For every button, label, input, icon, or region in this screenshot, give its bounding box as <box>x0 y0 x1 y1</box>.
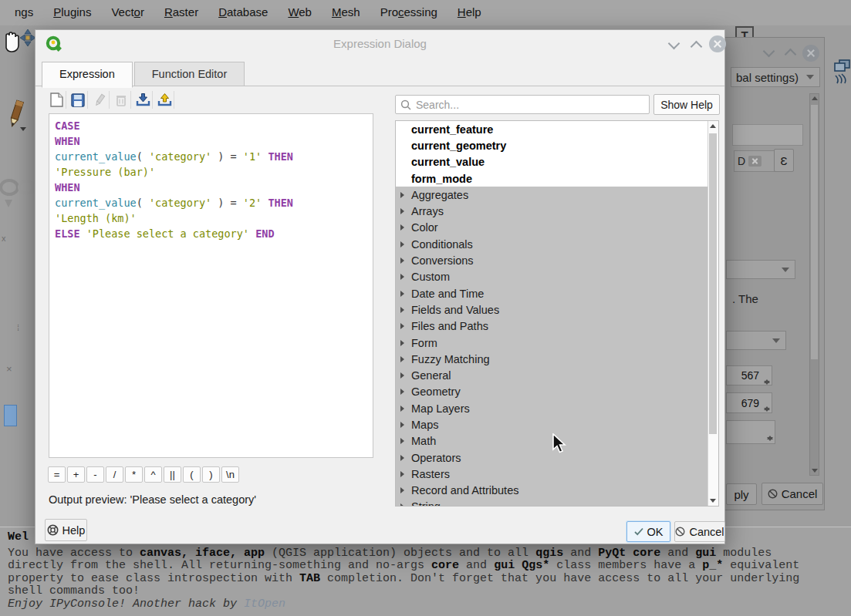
expander-icon[interactable] <box>400 192 404 198</box>
expander-icon[interactable] <box>400 340 404 346</box>
expander-icon[interactable] <box>400 487 404 493</box>
combo-box-2[interactable] <box>726 331 786 350</box>
menu-item-processing[interactable]: Processing <box>370 2 447 24</box>
ok-button[interactable]: OK <box>626 521 670 542</box>
scrollbar[interactable] <box>809 93 819 476</box>
epsilon-button[interactable]: Ɛ <box>774 149 794 172</box>
expression-editor[interactable]: CASEWHENcurrent_value( 'category' ) = '1… <box>49 113 373 458</box>
function-list-scrollbar[interactable] <box>707 121 718 506</box>
menu-item-web[interactable]: Web <box>278 2 322 24</box>
operator-button[interactable]: ( <box>183 466 201 483</box>
operator-button[interactable]: - <box>86 466 104 483</box>
spinbox-x[interactable]: 567 <box>726 365 772 385</box>
function-group-maps[interactable]: Maps <box>396 416 718 433</box>
text-field[interactable] <box>732 124 803 146</box>
expander-icon[interactable] <box>400 438 404 444</box>
new-expression-icon[interactable] <box>47 91 66 109</box>
maximize-icon[interactable] <box>785 49 797 61</box>
function-group-fields-and-values[interactable]: Fields and Values <box>396 301 718 318</box>
expander-icon[interactable] <box>400 208 404 214</box>
apply-button[interactable]: ply <box>726 483 757 505</box>
expander-icon[interactable] <box>400 503 404 507</box>
minimize-icon[interactable] <box>763 45 775 58</box>
pan-tool-icon[interactable] <box>2 30 20 55</box>
active-panel-tab[interactable] <box>4 405 17 426</box>
tab-function-editor[interactable]: Function Editor <box>134 62 245 86</box>
menu-item-plugins[interactable]: Plugins <box>43 2 101 24</box>
save-expression-icon[interactable] <box>69 91 88 109</box>
value-chip[interactable]: D <box>734 150 777 172</box>
operator-button[interactable]: * <box>125 466 143 483</box>
function-group-date-and-time[interactable]: Date and Time <box>396 285 718 301</box>
expander-icon[interactable] <box>400 471 404 477</box>
menu-item-vector[interactable]: Vector <box>101 2 154 24</box>
function-group-form[interactable]: Form <box>396 335 718 351</box>
expander-icon[interactable] <box>400 291 404 297</box>
operator-button[interactable]: + <box>67 466 85 483</box>
menu-item-ngs[interactable]: ngs <box>5 2 43 24</box>
function-group-rasters[interactable]: Rasters <box>396 466 718 482</box>
scrollbar-thumb[interactable] <box>709 133 717 434</box>
chain-link-icon[interactable] <box>0 177 34 223</box>
menu-item-mesh[interactable]: Mesh <box>322 2 370 24</box>
panel-close-x[interactable]: × <box>6 363 12 375</box>
function-group-conversions[interactable]: Conversions <box>396 252 718 268</box>
expander-icon[interactable] <box>400 224 404 231</box>
scrollbar-thumb[interactable] <box>811 105 818 359</box>
function-item-current_feature[interactable]: current_feature <box>396 121 718 137</box>
expander-icon[interactable] <box>400 356 404 362</box>
operator-button[interactable]: || <box>164 466 181 483</box>
expander-icon[interactable] <box>400 455 404 461</box>
close-dialog-icon[interactable] <box>709 35 726 52</box>
expander-icon[interactable] <box>400 307 404 313</box>
operator-button[interactable]: ^ <box>144 466 162 483</box>
function-group-string[interactable]: String <box>396 499 718 507</box>
function-group-general[interactable]: General <box>396 367 718 383</box>
map-views-icon[interactable] <box>833 59 851 89</box>
help-button[interactable]: Help <box>45 519 87 541</box>
expander-icon[interactable] <box>400 422 404 428</box>
function-group-arrays[interactable]: Arrays <box>396 203 718 219</box>
function-group-color[interactable]: Color <box>396 220 718 236</box>
expander-icon[interactable] <box>400 389 404 395</box>
operator-button[interactable]: ) <box>202 466 220 483</box>
operator-button[interactable]: = <box>48 466 66 483</box>
export-expressions-icon[interactable] <box>155 91 174 109</box>
expander-icon[interactable] <box>400 274 404 280</box>
menu-item-help[interactable]: Help <box>447 2 491 24</box>
menu-item-raster[interactable]: Raster <box>154 2 208 24</box>
expander-icon[interactable] <box>400 258 404 264</box>
function-group-record-and-attributes[interactable]: Record and Attributes <box>396 483 718 499</box>
operator-button[interactable]: / <box>106 466 123 483</box>
combo-box-1[interactable] <box>726 260 795 279</box>
close-icon[interactable] <box>802 45 819 62</box>
cancel-button[interactable]: Cancel <box>674 521 725 542</box>
spinbox-y[interactable]: 679 <box>726 392 772 413</box>
move-icon[interactable] <box>20 29 35 49</box>
show-help-button[interactable]: Show Help <box>653 94 720 115</box>
function-group-aggregates[interactable]: Aggregates <box>396 187 718 203</box>
cancel-button-background[interactable]: Cancel <box>762 483 823 505</box>
function-group-geometry[interactable]: Geometry <box>396 384 718 400</box>
function-group-files-and-paths[interactable]: Files and Paths <box>396 318 718 335</box>
function-group-fuzzy-matching[interactable]: Fuzzy Matching <box>396 351 718 367</box>
import-expressions-icon[interactable] <box>133 91 153 109</box>
function-item-form_mode[interactable]: form_mode <box>396 170 718 187</box>
settings-dropdown[interactable]: bal settings) <box>731 67 820 87</box>
function-group-conditionals[interactable]: Conditionals <box>396 236 718 252</box>
expander-icon[interactable] <box>400 372 404 379</box>
search-input[interactable] <box>414 98 633 112</box>
tab-expression[interactable]: Expression <box>42 62 133 88</box>
operator-button[interactable]: \n <box>221 466 239 483</box>
remove-chip-icon[interactable] <box>748 156 762 167</box>
function-group-custom[interactable]: Custom <box>396 269 718 285</box>
function-item-current_geometry[interactable]: current_geometry <box>396 137 718 153</box>
menu-item-database[interactable]: Database <box>208 2 278 24</box>
expander-icon[interactable] <box>400 406 404 412</box>
function-item-current_value[interactable]: current_value <box>396 154 718 170</box>
search-box[interactable] <box>395 95 650 114</box>
expander-icon[interactable] <box>400 323 404 329</box>
spinbox-empty[interactable] <box>726 420 775 444</box>
expander-icon[interactable] <box>400 241 404 247</box>
edit-pencil-icon[interactable] <box>5 99 29 132</box>
